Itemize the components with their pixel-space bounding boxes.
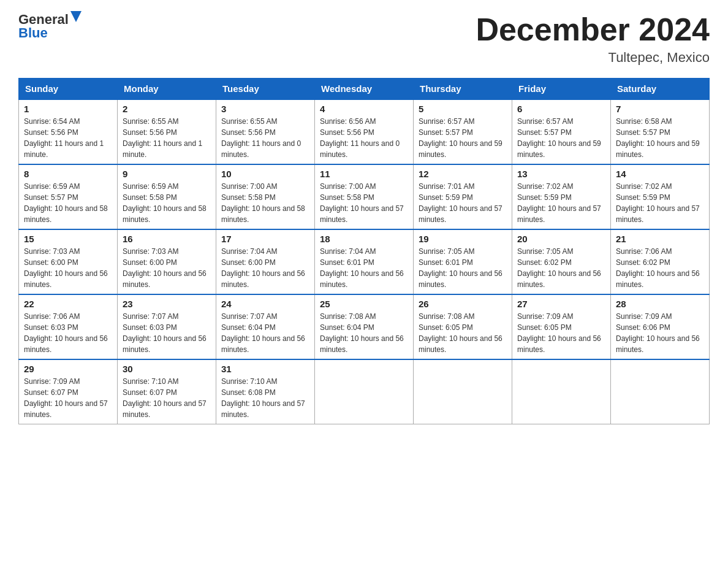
logo-blue: Blue xyxy=(18,25,48,40)
day-number: 22 xyxy=(24,299,112,309)
logo-triangle-icon xyxy=(70,11,82,25)
calendar-day-cell: 20Sunrise: 7:05 AMSunset: 6:02 PMDayligh… xyxy=(512,229,611,294)
calendar-week-row: 8Sunrise: 6:59 AMSunset: 5:57 PMDaylight… xyxy=(19,164,710,229)
day-info: Sunrise: 7:06 AMSunset: 6:03 PMDaylight:… xyxy=(24,311,112,355)
calendar-header-row: SundayMondayTuesdayWednesdayThursdayFrid… xyxy=(19,79,710,100)
calendar-day-cell xyxy=(611,359,710,424)
day-number: 31 xyxy=(221,364,309,374)
day-info: Sunrise: 7:02 AMSunset: 5:59 PMDaylight:… xyxy=(517,181,605,225)
day-number: 13 xyxy=(517,169,605,179)
day-number: 18 xyxy=(320,234,408,244)
calendar-day-cell xyxy=(414,359,512,424)
calendar-header-monday: Monday xyxy=(118,79,216,100)
day-info: Sunrise: 6:57 AMSunset: 5:57 PMDaylight:… xyxy=(517,116,605,160)
day-number: 28 xyxy=(616,299,704,309)
calendar-day-cell: 4Sunrise: 6:56 AMSunset: 5:56 PMDaylight… xyxy=(315,99,414,164)
calendar-day-cell: 15Sunrise: 7:03 AMSunset: 6:00 PMDayligh… xyxy=(19,229,118,294)
calendar-day-cell: 3Sunrise: 6:55 AMSunset: 5:56 PMDaylight… xyxy=(216,99,315,164)
page-header: General Blue December 2024 Tultepec, Mex… xyxy=(18,12,710,66)
calendar-day-cell: 22Sunrise: 7:06 AMSunset: 6:03 PMDayligh… xyxy=(19,294,118,359)
day-info: Sunrise: 7:05 AMSunset: 6:01 PMDaylight:… xyxy=(419,246,507,290)
title-block: December 2024 Tultepec, Mexico xyxy=(476,12,710,66)
calendar-week-row: 15Sunrise: 7:03 AMSunset: 6:00 PMDayligh… xyxy=(19,229,710,294)
day-number: 9 xyxy=(123,169,211,179)
calendar-day-cell: 13Sunrise: 7:02 AMSunset: 5:59 PMDayligh… xyxy=(512,164,611,229)
calendar-day-cell: 10Sunrise: 7:00 AMSunset: 5:58 PMDayligh… xyxy=(216,164,315,229)
day-number: 12 xyxy=(419,169,507,179)
calendar-day-cell: 8Sunrise: 6:59 AMSunset: 5:57 PMDaylight… xyxy=(19,164,118,229)
calendar-day-cell: 2Sunrise: 6:55 AMSunset: 5:56 PMDaylight… xyxy=(118,99,216,164)
calendar-day-cell: 25Sunrise: 7:08 AMSunset: 6:04 PMDayligh… xyxy=(315,294,414,359)
day-number: 8 xyxy=(24,169,112,179)
day-number: 1 xyxy=(24,104,112,114)
calendar-day-cell: 14Sunrise: 7:02 AMSunset: 5:59 PMDayligh… xyxy=(611,164,710,229)
day-number: 27 xyxy=(517,299,605,309)
calendar-day-cell: 23Sunrise: 7:07 AMSunset: 6:03 PMDayligh… xyxy=(118,294,216,359)
calendar-day-cell: 26Sunrise: 7:08 AMSunset: 6:05 PMDayligh… xyxy=(414,294,512,359)
calendar-header-tuesday: Tuesday xyxy=(216,79,315,100)
day-info: Sunrise: 6:55 AMSunset: 5:56 PMDaylight:… xyxy=(123,116,211,160)
day-number: 21 xyxy=(616,234,704,244)
day-number: 14 xyxy=(616,169,704,179)
calendar-day-cell: 7Sunrise: 6:58 AMSunset: 5:57 PMDaylight… xyxy=(611,99,710,164)
calendar-day-cell: 28Sunrise: 7:09 AMSunset: 6:06 PMDayligh… xyxy=(611,294,710,359)
day-info: Sunrise: 6:55 AMSunset: 5:56 PMDaylight:… xyxy=(221,116,309,160)
day-number: 19 xyxy=(419,234,507,244)
day-info: Sunrise: 6:54 AMSunset: 5:56 PMDaylight:… xyxy=(24,116,112,160)
day-info: Sunrise: 6:59 AMSunset: 5:58 PMDaylight:… xyxy=(123,181,211,225)
calendar-day-cell: 5Sunrise: 6:57 AMSunset: 5:57 PMDaylight… xyxy=(414,99,512,164)
day-number: 16 xyxy=(123,234,211,244)
day-info: Sunrise: 7:03 AMSunset: 6:00 PMDaylight:… xyxy=(24,246,112,290)
day-number: 10 xyxy=(221,169,309,179)
day-number: 20 xyxy=(517,234,605,244)
calendar-day-cell: 9Sunrise: 6:59 AMSunset: 5:58 PMDaylight… xyxy=(118,164,216,229)
day-number: 25 xyxy=(320,299,408,309)
calendar-week-row: 29Sunrise: 7:09 AMSunset: 6:07 PMDayligh… xyxy=(19,359,710,424)
day-info: Sunrise: 7:01 AMSunset: 5:59 PMDaylight:… xyxy=(419,181,507,225)
calendar-day-cell: 30Sunrise: 7:10 AMSunset: 6:07 PMDayligh… xyxy=(118,359,216,424)
day-info: Sunrise: 7:06 AMSunset: 6:02 PMDaylight:… xyxy=(616,246,704,290)
calendar-day-cell: 31Sunrise: 7:10 AMSunset: 6:08 PMDayligh… xyxy=(216,359,315,424)
day-info: Sunrise: 6:57 AMSunset: 5:57 PMDaylight:… xyxy=(419,116,507,160)
day-number: 30 xyxy=(123,364,211,374)
calendar-table: SundayMondayTuesdayWednesdayThursdayFrid… xyxy=(18,78,710,424)
day-number: 4 xyxy=(320,104,408,114)
logo: General Blue xyxy=(18,12,82,40)
day-info: Sunrise: 6:56 AMSunset: 5:56 PMDaylight:… xyxy=(320,116,408,160)
calendar-day-cell: 12Sunrise: 7:01 AMSunset: 5:59 PMDayligh… xyxy=(414,164,512,229)
day-info: Sunrise: 7:09 AMSunset: 6:06 PMDaylight:… xyxy=(616,311,704,355)
day-info: Sunrise: 6:58 AMSunset: 5:57 PMDaylight:… xyxy=(616,116,704,160)
day-number: 5 xyxy=(419,104,507,114)
day-info: Sunrise: 7:04 AMSunset: 6:01 PMDaylight:… xyxy=(320,246,408,290)
calendar-header-thursday: Thursday xyxy=(414,79,512,100)
day-number: 23 xyxy=(123,299,211,309)
day-number: 2 xyxy=(123,104,211,114)
day-info: Sunrise: 7:08 AMSunset: 6:05 PMDaylight:… xyxy=(419,311,507,355)
day-info: Sunrise: 7:05 AMSunset: 6:02 PMDaylight:… xyxy=(517,246,605,290)
day-info: Sunrise: 7:10 AMSunset: 6:07 PMDaylight:… xyxy=(123,376,211,420)
calendar-day-cell: 18Sunrise: 7:04 AMSunset: 6:01 PMDayligh… xyxy=(315,229,414,294)
day-number: 17 xyxy=(221,234,309,244)
day-number: 15 xyxy=(24,234,112,244)
day-number: 7 xyxy=(616,104,704,114)
day-info: Sunrise: 7:10 AMSunset: 6:08 PMDaylight:… xyxy=(221,376,309,420)
day-info: Sunrise: 7:09 AMSunset: 6:07 PMDaylight:… xyxy=(24,376,112,420)
month-title: December 2024 xyxy=(476,12,710,47)
day-info: Sunrise: 7:04 AMSunset: 6:00 PMDaylight:… xyxy=(221,246,309,290)
svg-marker-0 xyxy=(70,11,82,22)
calendar-header-wednesday: Wednesday xyxy=(315,79,414,100)
day-number: 29 xyxy=(24,364,112,374)
day-number: 6 xyxy=(517,104,605,114)
day-info: Sunrise: 7:00 AMSunset: 5:58 PMDaylight:… xyxy=(320,181,408,225)
day-info: Sunrise: 7:09 AMSunset: 6:05 PMDaylight:… xyxy=(517,311,605,355)
day-info: Sunrise: 7:07 AMSunset: 6:04 PMDaylight:… xyxy=(221,311,309,355)
day-info: Sunrise: 7:00 AMSunset: 5:58 PMDaylight:… xyxy=(221,181,309,225)
day-number: 3 xyxy=(221,104,309,114)
calendar-day-cell xyxy=(315,359,414,424)
calendar-header-friday: Friday xyxy=(512,79,611,100)
day-number: 11 xyxy=(320,169,408,179)
calendar-day-cell: 16Sunrise: 7:03 AMSunset: 6:00 PMDayligh… xyxy=(118,229,216,294)
calendar-day-cell: 6Sunrise: 6:57 AMSunset: 5:57 PMDaylight… xyxy=(512,99,611,164)
calendar-day-cell xyxy=(512,359,611,424)
day-info: Sunrise: 7:08 AMSunset: 6:04 PMDaylight:… xyxy=(320,311,408,355)
